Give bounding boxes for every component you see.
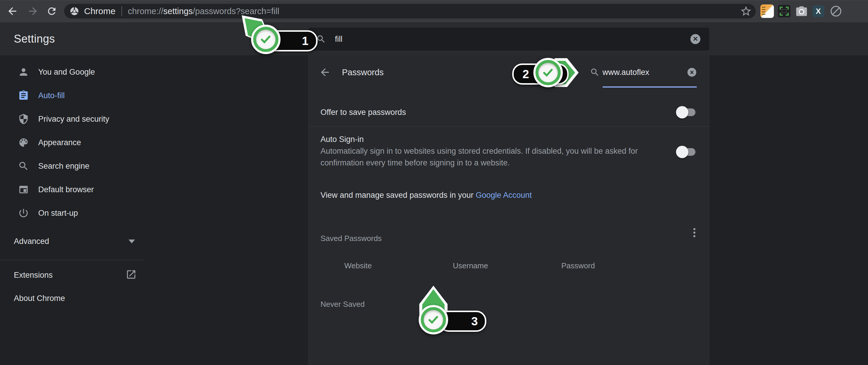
extension-screenshot-icon[interactable] (778, 5, 790, 17)
saved-passwords-heading: Saved Passwords (320, 234, 382, 243)
column-header-website: Website (344, 261, 372, 270)
bookmark-star-icon[interactable] (740, 5, 752, 19)
sidebar-item-you-and-google[interactable]: You and Google (0, 60, 147, 84)
sidebar-item-on-startup[interactable]: On start-up (0, 201, 147, 225)
extension-notes-icon[interactable] (761, 4, 774, 18)
browser-toolbar: Chrome chrome://settings/passwords?searc… (0, 0, 868, 22)
extension-x-icon[interactable]: X (812, 5, 824, 17)
checkmark-icon (256, 30, 276, 49)
column-header-username: Username (453, 261, 488, 270)
clipboard-icon (18, 90, 29, 101)
forward-icon[interactable] (27, 5, 39, 18)
settings-search-box[interactable]: fill ✕ (308, 28, 709, 51)
more-options-icon[interactable] (689, 228, 699, 237)
sidebar-item-advanced[interactable]: Advanced (0, 230, 147, 253)
search-input-value[interactable]: fill (335, 35, 343, 44)
site-label: Chrome (84, 6, 116, 16)
auto-signin-toggle[interactable] (677, 146, 695, 158)
page-title: Settings (14, 22, 55, 55)
power-icon (18, 207, 29, 219)
clear-password-search-icon[interactable]: ✕ (687, 68, 696, 77)
browser-window-icon (18, 184, 29, 195)
clear-search-icon[interactable]: ✕ (690, 34, 701, 44)
badge-2-check (533, 58, 563, 87)
passwords-title: Passwords (342, 62, 384, 83)
chevron-down-icon (128, 239, 135, 243)
column-header-password: Password (561, 261, 595, 270)
extension-camera-icon[interactable] (795, 5, 809, 18)
palette-icon (18, 137, 29, 148)
badge-3-check (419, 305, 448, 334)
settings-header: Settings fill ✕ (0, 22, 868, 55)
sidebar-item-search-engine[interactable]: Search engine (0, 154, 147, 178)
search-icon (316, 34, 326, 44)
badge-1-check (251, 25, 280, 54)
never-saved-heading: Never Saved (320, 300, 365, 309)
back-icon[interactable] (6, 5, 19, 18)
google-account-link[interactable]: Google Account (476, 191, 532, 200)
passwords-subheader: Passwords www.autoflex ✕ (308, 62, 709, 83)
sidebar-item-extensions[interactable]: Extensions (0, 263, 147, 287)
chrome-logo-icon (69, 6, 80, 16)
offer-save-toggle[interactable] (677, 106, 695, 118)
external-link-icon (126, 269, 137, 281)
sidebar-item-about-chrome[interactable]: About Chrome (0, 287, 147, 310)
back-arrow-icon[interactable] (319, 66, 331, 79)
url-separator (121, 6, 122, 16)
offer-save-label: Offer to save passwords (320, 108, 406, 117)
address-bar[interactable]: Chrome chrome://settings/passwords?searc… (64, 4, 756, 19)
reload-icon[interactable] (45, 5, 58, 18)
magnifier-icon (18, 160, 29, 172)
passwords-panel: Passwords www.autoflex ✕ Offer to save p… (308, 55, 709, 365)
person-icon (18, 66, 29, 78)
checkmark-icon (424, 310, 443, 329)
shield-icon (18, 113, 29, 125)
url-text: chrome://settings/passwords?search=fill (128, 6, 279, 16)
password-search-icon (590, 67, 600, 78)
password-search-input[interactable]: www.autoflex (602, 62, 649, 83)
sidebar-item-privacy[interactable]: Privacy and security (0, 107, 147, 131)
auto-signin-description: Automatically sign in to websites using … (320, 145, 650, 169)
sidebar-item-appearance[interactable]: Appearance (0, 131, 147, 154)
chrome-settings-window: Chrome chrome://settings/passwords?searc… (0, 0, 868, 365)
row-divider (308, 126, 709, 127)
sidebar-item-autofill[interactable]: Auto-fill (0, 84, 147, 107)
extension-blocked-icon[interactable] (829, 4, 843, 18)
checkmark-icon (538, 63, 558, 82)
sidebar-item-default-browser[interactable]: Default browser (0, 178, 147, 201)
manage-passwords-row: View and manage saved passwords in your … (320, 191, 532, 200)
search-focus-underline (602, 87, 697, 88)
auto-signin-title: Auto Sign-in (320, 135, 364, 144)
